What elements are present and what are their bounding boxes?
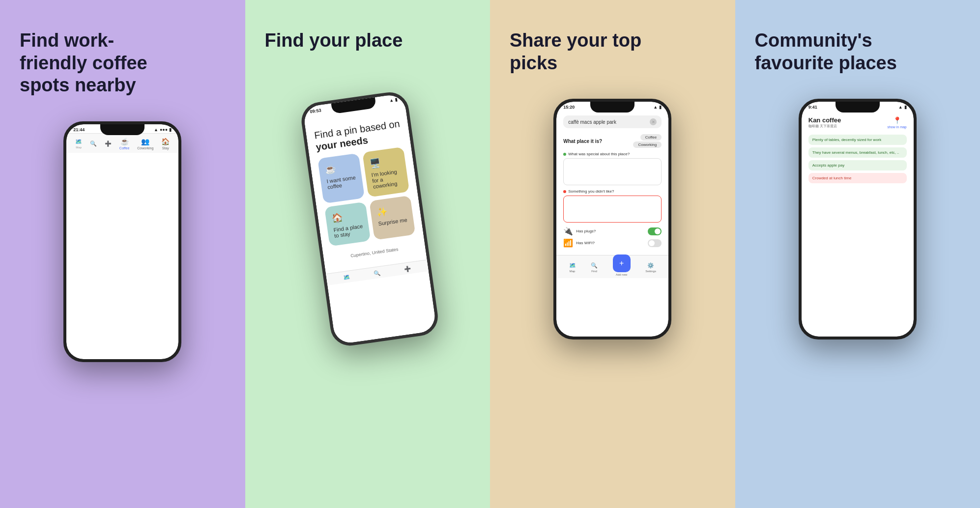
find-content: Find a pin based on your needs ☕ I want … <box>303 102 427 274</box>
tab-2-map[interactable]: 🗺️ <box>343 274 351 281</box>
plugs-icon: 🔌 <box>563 226 573 236</box>
positive-textarea[interactable] <box>563 158 662 185</box>
pill-coworking[interactable]: Coworking <box>633 141 662 148</box>
phone-4-inner: 9:41 ▲ ▮ Kan coffee 咖啡廳 天下茶屋店 📍 <box>802 102 914 337</box>
tab-3-add-label: Add new <box>616 273 627 276</box>
battery-icon: ▮ <box>169 127 172 132</box>
tab-3-settings-icon: ⚙️ <box>647 262 654 269</box>
coffee-tab-label: Coffee <box>119 146 130 150</box>
map-link-label: show in map <box>887 125 906 129</box>
option-grid: ☕ I want some coffee 🖥️ I'm looking for … <box>317 146 415 246</box>
positive-label-row: What was special about this place? <box>563 152 662 156</box>
negative-section-label: Something you didn't like? <box>568 189 614 194</box>
status-icons-4: ▲ ▮ <box>898 105 907 110</box>
coworking-icon: 👥 <box>141 138 149 145</box>
stay-icon: 🏠 <box>161 138 170 145</box>
battery-4: ▮ <box>904 105 907 110</box>
coffee-icon: ☕ <box>120 138 129 145</box>
place-info: Kan coffee 咖啡廳 天下茶屋店 <box>808 116 841 129</box>
tab-bar-1: 🗺️ Map 🔍 ➕ ☕ Coffee 👥 Cow <box>66 133 178 153</box>
status-icons-3: ▲ ▮ <box>653 105 662 110</box>
tab-3-find-label: Find <box>591 270 597 273</box>
option-surprise-icon: ✨ <box>376 205 388 218</box>
phone-1: 21:44 ▲ ●●● ▮ ASIA AUSTRALIA Maps ⓘ LEGA… <box>63 121 181 362</box>
option-coffee[interactable]: ☕ I want some coffee <box>317 153 365 203</box>
place-type-pills: Coffee Coworking <box>633 134 662 148</box>
pill-coffee[interactable]: Coffee <box>640 134 662 141</box>
tab-3-settings-label: Settings <box>645 270 656 273</box>
tab-3-settings[interactable]: ⚙️ Settings <box>645 262 656 273</box>
phone-3-container: 15:20 ▲ ▮ caffè macs apple park ✕ What p… <box>553 99 671 339</box>
tab-1-map-icon: 🗺️ <box>75 139 82 145</box>
phone-mockup-4: 9:41 ▲ ▮ Kan coffee 咖啡廳 天下茶屋店 📍 <box>799 99 917 339</box>
tab-3-map-icon: 🗺️ <box>569 262 576 269</box>
wifi-4: ▲ <box>898 105 903 110</box>
wifi-icon-toggle: 📶 <box>563 238 573 248</box>
add-icon: + <box>619 259 624 268</box>
tab-1-map-label: Map <box>76 146 82 149</box>
option-coworking[interactable]: 🖥️ I'm looking for a coworking <box>362 146 409 197</box>
search-bar[interactable]: caffè macs apple park ✕ <box>563 115 662 128</box>
battery-2: ▮ <box>395 97 398 102</box>
place-type-label: What place it is? <box>563 139 602 144</box>
time-3: 15:20 <box>563 105 575 110</box>
option-stay[interactable]: 🏠 Find a place to stay <box>324 201 371 246</box>
notch-4 <box>836 102 880 113</box>
place-header: Kan coffee 咖啡廳 天下茶屋店 📍 show in map <box>808 116 907 129</box>
tab-3-find-icon: 🔍 <box>591 262 598 269</box>
notch-1 <box>100 124 144 135</box>
community-content: Kan coffee 咖啡廳 天下茶屋店 📍 show in map Plent… <box>802 111 914 192</box>
negative-textarea[interactable] <box>563 196 662 223</box>
plugs-toggle[interactable] <box>648 227 662 235</box>
phone-1-inner: 21:44 ▲ ●●● ▮ ASIA AUSTRALIA Maps ⓘ LEGA… <box>66 124 178 359</box>
panel-2-title: Find your place <box>265 29 403 52</box>
phone-mockup-1: 21:44 ▲ ●●● ▮ ASIA AUSTRALIA Maps ⓘ LEGA… <box>63 121 181 362</box>
toggle-plugs: 🔌 Has plugs? <box>563 226 662 236</box>
share-form: caffè macs apple park ✕ What place it is… <box>556 111 668 255</box>
tab-2-find[interactable]: 🔍 <box>374 269 381 277</box>
phone-2-container: 09:53 ▲ ▮ Find a pin based on your needs <box>265 72 471 327</box>
option-coffee-icon: ☕ <box>324 163 337 175</box>
add-btn[interactable]: + <box>613 254 631 272</box>
green-dot <box>563 153 566 156</box>
positive-section-label: What was special about this place? <box>568 152 630 156</box>
wifi-toggle[interactable] <box>648 239 662 247</box>
tab-2-find-icon: 🔍 <box>374 269 381 277</box>
tab-bar-3: 🗺️ Map 🔍 Find + Add new ⚙️ <box>556 255 668 278</box>
tab-1-search: 🔍 <box>90 141 97 147</box>
tab-3-map-label: Map <box>570 270 576 273</box>
tab-1-stay[interactable]: 🏠 Stay <box>161 138 170 150</box>
notch-3 <box>590 102 634 113</box>
map-link-icon: 📍 <box>893 116 901 124</box>
tab-2-add[interactable]: ➕ <box>404 265 412 273</box>
review-2: They have several menus, breakfast, lunc… <box>808 147 907 158</box>
tab-3-find[interactable]: 🔍 Find <box>591 262 598 273</box>
tab-3-add[interactable]: + Add new <box>613 258 631 276</box>
battery-3: ▮ <box>659 105 662 110</box>
status-icons-1: ▲ ●●● ▮ <box>154 127 172 132</box>
tab-1-coworking[interactable]: 👥 Coworking <box>137 138 153 150</box>
panel-find-place: Find your place 09:53 ▲ ▮ Find a pin bas… <box>245 0 490 508</box>
negative-label-row: Something you didn't like? <box>563 189 662 194</box>
wifi-2: ▲ <box>389 97 394 103</box>
toggle-wifi: 📶 Has WIFI? <box>563 238 662 248</box>
place-type-row: What place it is? Coffee Coworking <box>563 134 662 148</box>
show-in-map-button[interactable]: 📍 show in map <box>887 116 906 129</box>
review-2-text: They have several menus, breakfast, lunc… <box>812 150 899 155</box>
option-coworking-label: I'm looking for a coworking <box>371 168 403 190</box>
option-surprise[interactable]: ✨ Surprise me <box>369 195 415 240</box>
stay-tab-label: Stay <box>162 146 169 150</box>
wifi-3: ▲ <box>653 105 658 110</box>
search-text: caffè macs apple park <box>568 119 647 125</box>
option-stay-label: Find a place to stay <box>333 223 364 238</box>
phone-2-inner: 09:53 ▲ ▮ Find a pin based on your needs <box>302 93 437 344</box>
tab-3-map[interactable]: 🗺️ Map <box>569 262 576 273</box>
status-icons-2: ▲ ▮ <box>389 97 398 103</box>
signal-icon: ●●● <box>160 127 168 132</box>
review-4-text: Crowded at lunch time <box>812 176 852 180</box>
search-clear[interactable]: ✕ <box>650 118 657 125</box>
phone-mockup-2: 09:53 ▲ ▮ Find a pin based on your needs <box>299 89 440 348</box>
tab-1-coffee[interactable]: ☕ Coffee <box>119 138 130 150</box>
place-subtitle: 咖啡廳 天下茶屋店 <box>808 124 841 129</box>
find-title: Find a pin based on your needs <box>314 117 403 153</box>
